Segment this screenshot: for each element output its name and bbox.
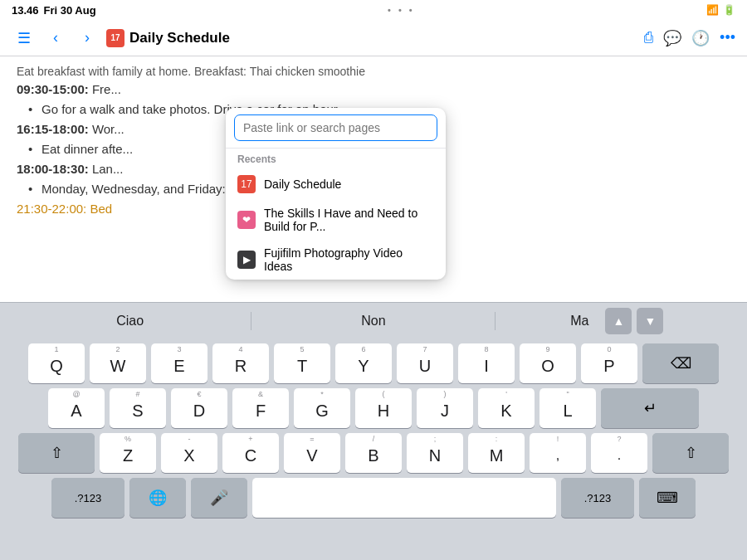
key-c[interactable]: +C <box>222 433 279 473</box>
status-bar: 13.46 Fri 30 Aug • • • 📶 🔋 <box>0 0 747 20</box>
key-x[interactable]: -X <box>161 433 217 473</box>
key-u[interactable]: 7U <box>397 343 453 383</box>
key-comma[interactable]: !, <box>530 433 586 473</box>
key-r[interactable]: 4R <box>212 343 269 383</box>
key-s[interactable]: #S <box>110 388 166 428</box>
content-area: Eat breakfast with family at home. Break… <box>0 56 747 302</box>
chat-button[interactable]: 💬 <box>663 29 681 47</box>
key-o[interactable]: 9O <box>520 343 576 383</box>
predictive-bar: Ciao Non Ma ▲ ▼ <box>0 302 747 338</box>
key-row-2: @A #S €D &F *G (H )J 'K "L ↵ <box>3 388 744 428</box>
window-controls: • • • <box>388 5 415 15</box>
key-backspace[interactable]: ⌫ <box>642 343 719 383</box>
recent-item-1[interactable]: ❤ The Skills I Have and Need to Build fo… <box>226 200 446 240</box>
nav-bar: ☰ ‹ › 17 Daily Schedule ⎙ 💬 🕐 ••• <box>0 20 747 56</box>
key-b[interactable]: /B <box>345 433 402 473</box>
key-q[interactable]: 1Q <box>28 343 85 383</box>
arrow-up[interactable]: ▲ <box>605 308 632 334</box>
more-button[interactable]: ••• <box>720 29 735 46</box>
recent-icon-0: 17 <box>237 175 256 193</box>
content-top-text: Eat breakfast with family at home. Break… <box>17 65 730 78</box>
nav-right-actions: ⎙ 💬 🕐 ••• <box>644 29 735 47</box>
pred-arrows: ▲ ▼ <box>605 308 663 334</box>
key-y[interactable]: 6Y <box>335 343 392 383</box>
key-e[interactable]: 3E <box>151 343 208 383</box>
key-p[interactable]: 0P <box>581 343 637 383</box>
key-v[interactable]: =V <box>284 433 340 473</box>
history-button[interactable]: 🕐 <box>691 29 710 47</box>
keyboard: 1Q 2W 3E 4R 5T 6Y 7U 8I 9O 0P ⌫ @A #S €D… <box>0 338 747 560</box>
key-g[interactable]: *G <box>294 388 350 428</box>
key-k[interactable]: 'K <box>478 388 535 428</box>
time-display: 13.46 <box>12 4 39 17</box>
key-i[interactable]: 8I <box>458 343 515 383</box>
key-punct-right[interactable]: .?123 <box>561 478 634 518</box>
recent-icon-1: ❤ <box>237 211 256 229</box>
recent-item-0[interactable]: 17 Daily Schedule <box>226 168 446 200</box>
pred-word-2[interactable]: Non <box>251 309 495 334</box>
key-f[interactable]: &F <box>232 388 289 428</box>
key-n[interactable]: ;N <box>407 433 463 473</box>
key-shift-left[interactable]: ⇧ <box>18 433 95 473</box>
forward-button[interactable]: › <box>75 26 100 51</box>
key-row-3: ⇧ %Z -X +C =V /B ;N :M !, ?. ⇧ <box>3 433 744 473</box>
key-punct-left[interactable]: .?123 <box>51 478 124 518</box>
date-display: Fri 30 Aug <box>44 4 96 17</box>
recent-label-0: Daily Schedule <box>264 178 341 191</box>
pred-word-3[interactable]: Ma ▲ ▼ <box>496 303 739 339</box>
line1-rest: Fre... <box>92 82 121 96</box>
arrow-down[interactable]: ▼ <box>637 308 663 334</box>
key-space[interactable] <box>252 478 556 518</box>
recent-label-1: The Skills I Have and Need to Build for … <box>264 207 434 233</box>
key-t[interactable]: 5T <box>274 343 330 383</box>
pred-word-1[interactable]: Ciao <box>8 309 251 334</box>
line3-rest: Lan... <box>92 162 124 176</box>
key-period[interactable]: ?. <box>591 433 647 473</box>
search-pages-input[interactable] <box>234 114 437 141</box>
wifi-icon: 📶 <box>706 4 719 16</box>
line2-rest: Wor... <box>92 122 124 136</box>
line1-time: 09:30-15:00: <box>17 82 92 96</box>
hamburger-menu-button[interactable]: ☰ <box>12 26 37 51</box>
key-h[interactable]: (H <box>355 388 412 428</box>
key-mic[interactable]: 🎤 <box>191 478 247 518</box>
key-return[interactable]: ↵ <box>601 388 699 428</box>
key-globe[interactable]: 🌐 <box>129 478 186 518</box>
key-a[interactable]: @A <box>48 388 105 428</box>
battery-icon: 🔋 <box>723 4 735 16</box>
key-j[interactable]: )J <box>417 388 473 428</box>
search-input-box <box>226 108 446 149</box>
share-button[interactable]: ⎙ <box>644 29 653 46</box>
page-title: Daily Schedule <box>129 30 230 46</box>
content-line-1: 09:30-15:00: Fre... <box>17 80 730 100</box>
key-l[interactable]: "L <box>540 388 596 428</box>
app-icon: 17 <box>106 29 124 47</box>
key-m[interactable]: :M <box>468 433 525 473</box>
recent-label-2: Fujifilm Photography Video Ideas <box>264 246 434 273</box>
line3-time: 18:00-18:30: <box>17 162 92 176</box>
status-right: 📶 🔋 <box>706 4 735 16</box>
search-dropdown: Recents 17 Daily Schedule ❤ The Skills I… <box>226 108 446 280</box>
key-shift-right[interactable]: ⇧ <box>652 433 729 473</box>
key-w[interactable]: 2W <box>90 343 146 383</box>
key-hide-keyboard[interactable]: ⌨ <box>639 478 696 518</box>
recent-item-2[interactable]: ▶ Fujifilm Photography Video Ideas <box>226 240 446 280</box>
key-row-1: 1Q 2W 3E 4R 5T 6Y 7U 8I 9O 0P ⌫ <box>3 343 744 383</box>
nav-title-area: 17 Daily Schedule <box>106 29 637 47</box>
key-z[interactable]: %Z <box>100 433 156 473</box>
key-d[interactable]: €D <box>171 388 227 428</box>
recent-icon-2: ▶ <box>237 251 256 269</box>
line2-time: 16:15-18:00: <box>17 122 92 136</box>
back-button[interactable]: ‹ <box>43 26 68 51</box>
key-row-bottom: .?123 🌐 🎤 .?123 ⌨ <box>3 478 744 518</box>
recents-label: Recents <box>226 149 446 168</box>
